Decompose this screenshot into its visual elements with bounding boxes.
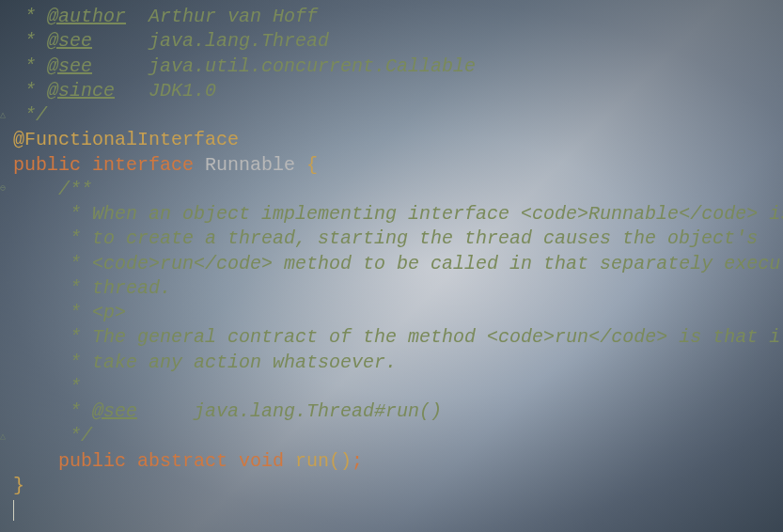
html-tag: </code> — [194, 253, 273, 274]
html-tag: <code> — [92, 253, 160, 274]
anchor-ref: #run() — [374, 400, 442, 422]
code-text: * — [13, 400, 92, 422]
code-text: * The general contract of the method — [13, 326, 487, 348]
code-text: run — [160, 253, 194, 274]
code-text: * thread. — [13, 277, 171, 299]
code-text: * — [13, 80, 47, 102]
code-text: * — [13, 55, 47, 77]
code-text: Arthur van Hoff — [126, 6, 318, 27]
code-text: Runnable — [588, 203, 679, 225]
code-text: * — [13, 6, 47, 27]
code-text: * to create a thread, starting the threa… — [13, 227, 758, 249]
code-text: /** — [13, 179, 92, 200]
code-editor[interactable]: * @author Arthur van Hoff * @see java.la… — [0, 0, 783, 523]
method-name: run — [295, 450, 329, 472]
javadoc-tag: @see — [47, 30, 92, 52]
type-name: Runnable — [205, 154, 306, 176]
code-text: * — [13, 30, 47, 52]
code-text: * — [13, 302, 92, 323]
html-tag: <code> — [487, 326, 555, 348]
code-text: * — [13, 376, 81, 398]
semicolon: ; — [352, 450, 363, 472]
code-text: run — [555, 326, 588, 348]
html-tag: </code> — [588, 326, 667, 348]
html-tag: </code> — [679, 203, 758, 225]
javadoc-tag: @author — [47, 6, 126, 27]
brace: { — [306, 154, 318, 176]
code-text: * take any action whatsoever. — [13, 352, 397, 373]
code-text: */ — [13, 425, 92, 446]
javadoc-tag: @see — [92, 400, 137, 422]
code-text: is used — [758, 203, 783, 225]
code-text: java.util.concurrent.Callable — [92, 55, 476, 77]
code-text: method to be called in that separately e… — [273, 253, 783, 274]
code-text: java.lang.Thread — [92, 30, 329, 52]
text-cursor — [13, 500, 14, 521]
brace: } — [13, 475, 24, 496]
code-text: is that it may — [667, 326, 783, 348]
html-tag: <p> — [92, 302, 126, 323]
annotation: @FunctionalInterface — [13, 129, 239, 150]
code-text: * — [13, 253, 92, 274]
code-text: */ — [13, 104, 47, 126]
code-text: java.lang.Thread — [137, 400, 374, 422]
parentheses: () — [329, 450, 352, 472]
javadoc-tag: @see — [47, 55, 92, 77]
html-tag: <code> — [521, 203, 588, 225]
keyword: public — [13, 154, 92, 176]
javadoc-tag: @since — [47, 80, 115, 102]
keyword: public abstract void — [13, 450, 295, 472]
keyword: interface — [92, 154, 205, 176]
code-text: JDK1.0 — [115, 80, 216, 102]
code-text: * When an object implementing interface — [13, 203, 521, 225]
